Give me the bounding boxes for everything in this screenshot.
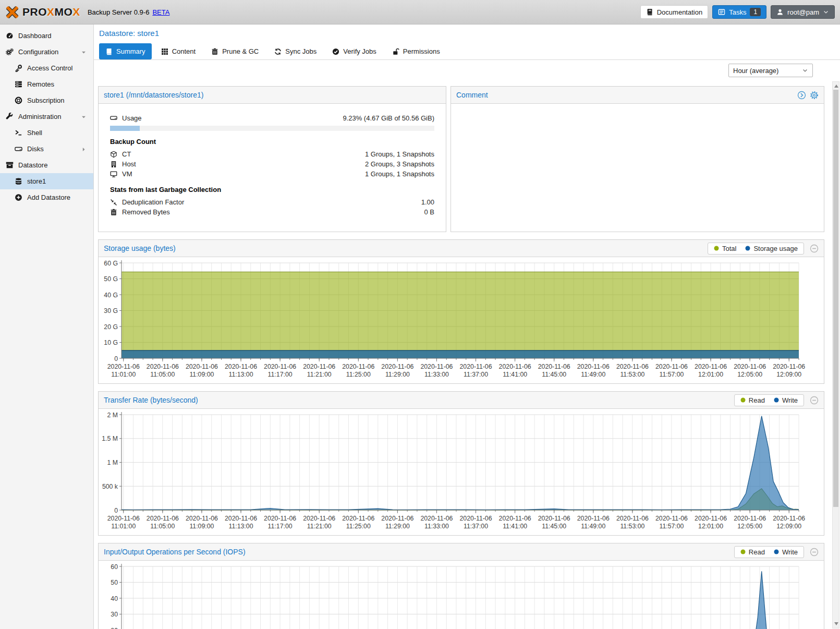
scroll-thumb[interactable] — [833, 90, 838, 507]
sidebar-item-shell[interactable]: Shell — [0, 125, 93, 141]
hdd-icon — [110, 114, 117, 122]
svg-text:11:05:00: 11:05:00 — [150, 371, 175, 378]
dedup-row: Deduplication Factor 1.00 — [110, 197, 434, 207]
time-range-select[interactable]: Hour (average) — [728, 64, 813, 77]
sidebar-item-subscription[interactable]: Subscription — [0, 92, 93, 108]
sidebar: Dashboard Configuration Access Control R… — [0, 25, 94, 629]
remotes-icon — [15, 80, 22, 88]
legend-item-storage-usage[interactable]: Storage usage — [745, 245, 798, 252]
sidebar-item-datastore[interactable]: Datastore — [0, 157, 93, 173]
sidebar-item-dashboard[interactable]: Dashboard — [0, 28, 93, 44]
svg-text:2020-11-06: 2020-11-06 — [538, 363, 570, 370]
legend-item-write[interactable]: Write — [774, 396, 798, 404]
row-value: 1 Groups, 1 Snapshots — [365, 150, 434, 158]
gear-icon[interactable] — [810, 91, 819, 100]
vertical-scrollbar[interactable] — [832, 81, 839, 628]
svg-text:2020-11-06: 2020-11-06 — [734, 515, 766, 522]
panel-header: Input/Output Operations per Second (IOPS… — [99, 543, 824, 561]
tab-content[interactable]: Content — [155, 43, 202, 59]
sidebar-item-disks[interactable]: Disks — [0, 141, 93, 157]
svg-text:11:37:00: 11:37:00 — [464, 523, 488, 530]
svg-text:2020-11-06: 2020-11-06 — [107, 363, 140, 370]
tab-verify-jobs[interactable]: Verify Jobs — [326, 43, 383, 59]
svg-text:11:45:00: 11:45:00 — [542, 523, 566, 530]
svg-text:40 G: 40 G — [104, 292, 118, 299]
scroll-down-arrow[interactable] — [834, 622, 838, 625]
iops-panel: Input/Output Operations per Second (IOPS… — [98, 543, 824, 629]
usage-value: 9.23% (4.67 GiB of 50.56 GiB) — [343, 114, 434, 122]
sidebar-item-label: store1 — [27, 177, 46, 185]
legend-item-read[interactable]: Read — [740, 396, 765, 404]
hdd-icon — [15, 145, 22, 153]
svg-text:2 M: 2 M — [107, 412, 118, 419]
beta-link[interactable]: BETA — [152, 8, 169, 16]
tab-permissions[interactable]: Permissions — [386, 43, 446, 59]
sync-icon — [274, 48, 282, 55]
collapse-chart-icon[interactable] — [810, 396, 819, 405]
sidebar-item-label: Datastore — [18, 161, 47, 169]
main-content: Datastore: store1 Summary Content Prune … — [94, 25, 840, 629]
sidebar-item-administration[interactable]: Administration — [0, 108, 93, 125]
legend-item-read[interactable]: Read — [740, 548, 765, 556]
svg-text:11:25:00: 11:25:00 — [346, 371, 371, 378]
scroll-up-arrow[interactable] — [834, 84, 838, 88]
svg-text:2020-11-06: 2020-11-06 — [264, 363, 296, 370]
svg-text:12:05:00: 12:05:00 — [737, 371, 762, 378]
svg-text:11:13:00: 11:13:00 — [229, 371, 253, 378]
chevron-down-icon — [823, 9, 829, 15]
svg-text:11:01:00: 11:01:00 — [111, 371, 136, 378]
svg-text:12:01:00: 12:01:00 — [698, 523, 723, 530]
sidebar-item-access-control[interactable]: Access Control — [0, 60, 93, 76]
expand-comment-icon[interactable] — [797, 91, 806, 100]
legend-item-total[interactable]: Total — [714, 245, 736, 252]
svg-text:11:57:00: 11:57:00 — [659, 371, 684, 378]
legend-item-write[interactable]: Write — [774, 548, 798, 556]
sidebar-item-store1[interactable]: store1 — [0, 173, 93, 189]
svg-text:20: 20 — [111, 627, 118, 629]
svg-text:11:17:00: 11:17:00 — [268, 371, 293, 378]
terminal-icon — [15, 129, 22, 137]
tab-label: Summary — [116, 47, 145, 55]
legend-label: Write — [782, 548, 798, 556]
svg-text:2020-11-06: 2020-11-06 — [186, 363, 218, 370]
row-value: 2 Groups, 3 Snapshots — [365, 160, 434, 168]
sidebar-item-remotes[interactable]: Remotes — [0, 76, 93, 92]
svg-text:2020-11-06: 2020-11-06 — [577, 515, 610, 522]
svg-text:12:01:00: 12:01:00 — [698, 371, 723, 378]
tasks-button[interactable]: Tasks 1 — [712, 5, 766, 19]
iops-chart: 01020304050602020-11-0611:01:002020-11-0… — [99, 561, 806, 629]
svg-text:2020-11-06: 2020-11-06 — [420, 515, 453, 522]
sidebar-item-label: Add Datastore — [27, 193, 70, 201]
caret-down-icon[interactable] — [81, 114, 87, 119]
svg-text:12:05:00: 12:05:00 — [737, 523, 762, 530]
tachometer-icon — [6, 32, 14, 40]
svg-text:11:29:00: 11:29:00 — [385, 523, 410, 530]
tab-prune-gc[interactable]: Prune & GC — [205, 43, 265, 59]
wrench-icon — [6, 113, 14, 120]
unlock-icon — [392, 48, 399, 55]
book-icon — [646, 8, 653, 16]
chart-legend: Total Storage usage — [708, 243, 804, 255]
caret-right-icon[interactable] — [81, 146, 87, 152]
svg-text:11:41:00: 11:41:00 — [503, 371, 527, 378]
collapse-chart-icon[interactable] — [810, 548, 819, 557]
row-value: 1 Groups, 1 Snapshots — [365, 170, 434, 178]
svg-text:60 G: 60 G — [104, 260, 118, 267]
collapse-chart-icon[interactable] — [810, 244, 819, 253]
compress-icon — [110, 199, 117, 206]
caret-down-icon[interactable] — [81, 49, 87, 55]
time-range-value: Hour (average) — [733, 67, 778, 75]
svg-text:2020-11-06: 2020-11-06 — [695, 515, 727, 522]
datastore-info-panel: store1 (/mnt/datastores/store1) Usage 9.… — [98, 86, 446, 232]
sidebar-item-add-datastore[interactable]: Add Datastore — [0, 189, 93, 205]
tab-summary[interactable]: Summary — [99, 43, 152, 59]
tab-sync-jobs[interactable]: Sync Jobs — [268, 43, 323, 59]
usage-row: Usage 9.23% (4.67 GiB of 50.56 GiB) — [110, 113, 434, 123]
chevron-down-icon — [802, 67, 808, 74]
panel-title: Comment — [456, 91, 488, 99]
user-menu-button[interactable]: root@pam — [771, 5, 835, 19]
documentation-button[interactable]: Documentation — [640, 5, 708, 19]
sidebar-item-configuration[interactable]: Configuration — [0, 44, 93, 60]
svg-text:30 G: 30 G — [104, 307, 118, 314]
cube-icon — [110, 151, 117, 158]
